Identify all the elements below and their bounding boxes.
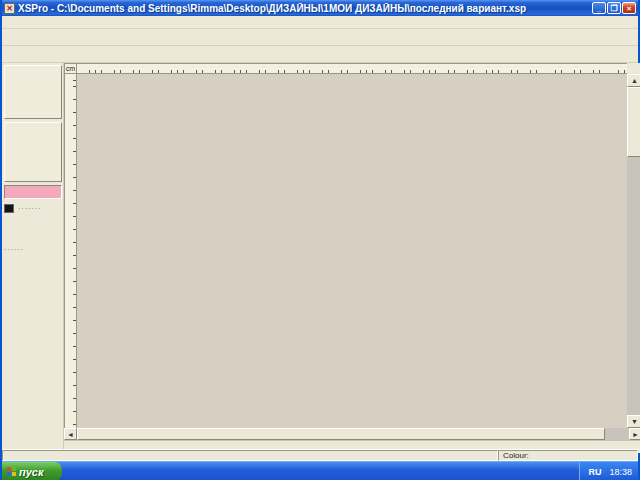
clock: 18:38 [609, 467, 632, 477]
language-indicator[interactable]: RU [588, 467, 601, 477]
system-tray: RU 18:38 [579, 462, 638, 480]
scroll-down-icon[interactable]: ▼ [627, 415, 640, 428]
status-bar: Colour: [2, 449, 638, 461]
minimize-button[interactable]: _ [592, 2, 606, 14]
window-title: XSPro - C:\Documents and Settings\Rimma\… [18, 3, 592, 14]
horizontal-scroll-thumb[interactable] [77, 428, 605, 440]
stitch-canvas[interactable] [77, 74, 627, 424]
taskbar: пуск RU 18:38 [2, 461, 638, 480]
horizontal-scrollbar[interactable]: ◄ ► [64, 428, 640, 440]
palette-column-headers [4, 232, 62, 243]
texture-dashes: ······· [18, 205, 41, 212]
close-button[interactable]: × [622, 2, 636, 14]
vertical-scroll-thumb[interactable] [627, 87, 640, 157]
ruler-unit-label: cm [64, 63, 77, 74]
status-colour-label: Colour: [498, 450, 638, 461]
menu-bar [2, 16, 638, 29]
quick-launch [68, 462, 80, 480]
scroll-up-icon[interactable]: ▲ [627, 74, 640, 87]
scroll-left-icon[interactable]: ◄ [64, 428, 77, 440]
design-preview[interactable] [4, 65, 62, 119]
black-color-swatch[interactable] [4, 204, 14, 213]
horizontal-ruler [77, 63, 627, 74]
palette-bottom-dashes: ······ [4, 246, 62, 253]
title-bar: ✕ XSPro - C:\Documents and Settings\Rimm… [2, 0, 638, 16]
design-preview-canvas [8, 69, 58, 113]
maximize-button[interactable]: ❐ [607, 2, 621, 14]
left-panel: ······· ······ [2, 63, 64, 449]
special-swatch-row [4, 216, 62, 230]
status-message [2, 450, 498, 461]
start-button[interactable]: пуск [2, 462, 62, 480]
app-icon: ✕ [4, 3, 15, 14]
main-toolbar [2, 29, 638, 46]
current-color-swatch[interactable] [4, 185, 62, 199]
stitches-toolbar [2, 46, 638, 63]
windows-flag-icon [7, 467, 16, 476]
scroll-right-icon[interactable]: ► [629, 428, 640, 440]
application-window: ✕ XSPro - C:\Documents and Settings\Rimm… [0, 0, 640, 480]
vertical-ruler [64, 74, 77, 428]
coordinates-panel [4, 122, 62, 182]
vertical-scrollbar[interactable]: ▲ ▼ [627, 74, 640, 428]
